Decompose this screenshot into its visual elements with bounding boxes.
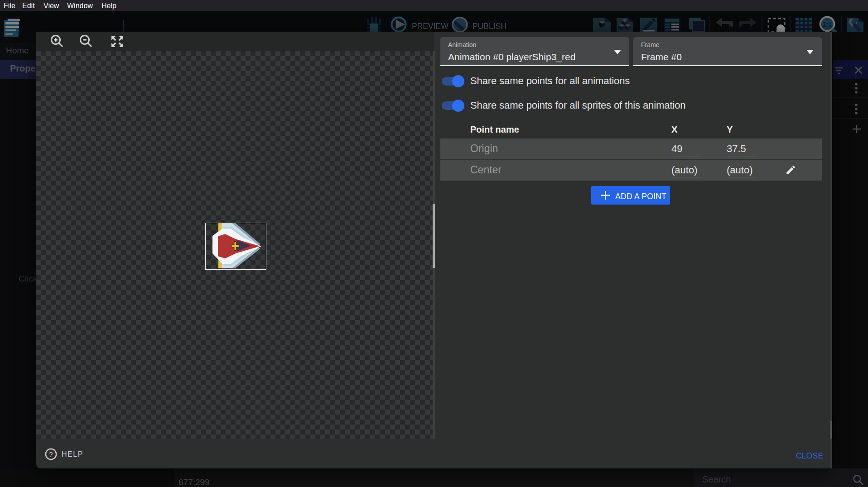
svg-text:1:1: 1:1	[823, 21, 832, 28]
svg-text:PREVIEW: PREVIEW	[412, 22, 448, 31]
svg-text:PUBLISH: PUBLISH	[473, 22, 506, 31]
svg-text:?: ?	[49, 450, 53, 458]
